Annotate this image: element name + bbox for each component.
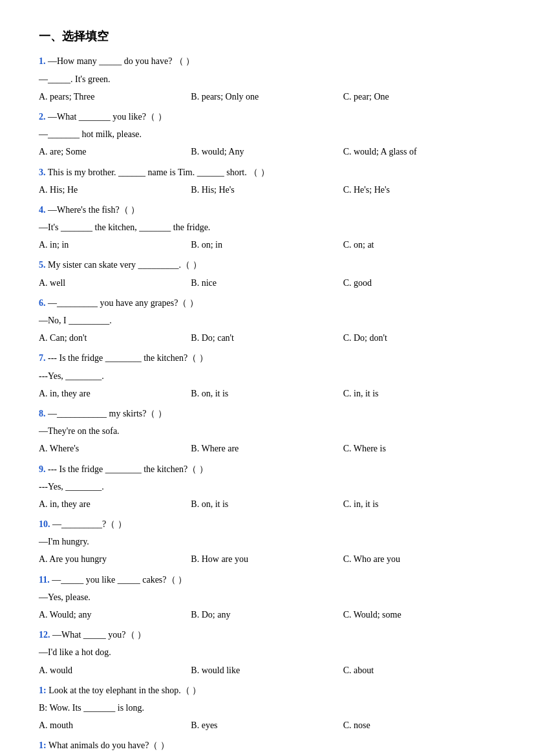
question-number: 4. [39, 205, 46, 215]
question-number: 8. [39, 409, 46, 418]
question-line: 3. This is my brother. ______ name is Ti… [39, 164, 495, 180]
question-line: 5. My sister can skate very _________.（ … [39, 257, 495, 273]
question-number: 3. [39, 167, 46, 177]
options-row: A. His; HeB. His; He'sC. He's; He's [39, 182, 495, 198]
question-line: 4. —Where's the fish?（ ） [39, 202, 495, 218]
option: B. Do; can't [191, 330, 343, 346]
option: A. in, they are [39, 496, 191, 512]
question-line: —I'm hungry. [39, 534, 495, 550]
option: B. His; He's [191, 182, 343, 198]
option: A. would [39, 662, 191, 678]
question-number: 2. [39, 112, 46, 122]
question-block: 9. --- Is the fridge ________ the kitche… [39, 461, 495, 513]
question-line: —It's _______ the kitchen, _______ the f… [39, 219, 495, 235]
question-line: —They're on the sofa. [39, 423, 495, 439]
option: A. Where's [39, 440, 191, 457]
section-title: 一、选择填空 [39, 26, 495, 47]
option: A. Are you hungry [39, 551, 191, 567]
question-line: —I'd like a hot dog. [39, 644, 495, 660]
option: A. His; He [39, 182, 191, 198]
option: C. would; A glass of [343, 144, 495, 160]
options-row: A. in, they areB. on, it isC. in, it is [39, 385, 495, 402]
options-row: A. Can; don'tB. Do; can'tC. Do; don't [39, 330, 495, 346]
question-number: 11. [39, 575, 50, 585]
question-line: ---Yes, ________. [39, 479, 495, 495]
option: C. Would; some [343, 607, 495, 623]
question-number: 7. [39, 353, 46, 363]
question-number: 1. [39, 56, 46, 66]
option: B. on, it is [191, 496, 343, 512]
question-line: —Yes, please. [39, 589, 495, 605]
question-line: ---Yes, ________. [39, 368, 495, 384]
question-line: —_______ hot milk, please. [39, 126, 495, 142]
option: B. on, it is [191, 385, 343, 402]
question-number: 10. [39, 519, 50, 529]
question-line: 10. —_________?（ ） [39, 516, 495, 532]
question-number: 6. [39, 298, 46, 308]
question-block: 5. My sister can skate very _________.（ … [39, 257, 495, 290]
reading-question-block: 1: Look at the toy elephant in the shop.… [39, 682, 495, 734]
option: C. Who are you [343, 551, 495, 567]
question-line: 2. —What _______ you like?（ ） [39, 109, 495, 125]
question-line: 8. —___________ my skirts?（ ） [39, 405, 495, 422]
options-row: A. mouthB. eyesC. nose [39, 717, 495, 733]
reading-question-block: 1: What animals do you have?（ ）B: ______… [39, 737, 495, 756]
option: C. in, it is [343, 385, 495, 402]
question-line: —_____. It's green. [39, 71, 495, 87]
reading-question-line: 1: What animals do you have?（ ） [39, 737, 495, 753]
question-block: 8. —___________ my skirts?（ ）—They're on… [39, 405, 495, 457]
question-line: 9. --- Is the fridge ________ the kitche… [39, 461, 495, 477]
question-block: 1. —How many _____ do you have? （ ）—____… [39, 53, 495, 105]
option: B. How are you [191, 551, 343, 567]
option: A. pears; Three [39, 89, 191, 105]
option: C. good [343, 275, 495, 291]
options-row: A. in, they areB. on, it isC. in, it is [39, 496, 495, 512]
question-block: 2. —What _______ you like?（ ）—_______ ho… [39, 109, 495, 160]
options-row: A. wellB. niceC. good [39, 275, 495, 291]
question-block: 12. —What _____ you?（ ）—I'd like a hot d… [39, 627, 495, 678]
option: B. nice [191, 275, 343, 291]
options-row: A. Would; anyB. Do; anyC. Would; some [39, 607, 495, 623]
question-line: 12. —What _____ you?（ ） [39, 627, 495, 643]
option: B. on; in [191, 237, 343, 253]
question-line: —No, I _________. [39, 312, 495, 329]
question-block: 11. —_____ you like _____ cakes?（ ）—Yes,… [39, 572, 495, 623]
options-row: A. are; SomeB. would; AnyC. would; A gla… [39, 144, 495, 160]
option: A. Would; any [39, 607, 191, 623]
question-line: 11. —_____ you like _____ cakes?（ ） [39, 572, 495, 588]
question-number: 9. [39, 464, 46, 474]
options-row: A. in; inB. on; inC. on; at [39, 237, 495, 253]
option: A. are; Some [39, 144, 191, 160]
option: C. pear; One [343, 89, 495, 105]
option: A. mouth [39, 717, 191, 733]
option: C. about [343, 662, 495, 678]
question-number: 12. [39, 630, 50, 640]
question-number: 5. [39, 260, 46, 270]
question-line: 6. —_________ you have any grapes?（ ） [39, 295, 495, 311]
option: B. Where are [191, 440, 343, 457]
option: A. well [39, 275, 191, 291]
options-row: A. Are you hungryB. How are youC. Who ar… [39, 551, 495, 567]
reading-label: 1: [39, 686, 47, 695]
option: C. Do; don't [343, 330, 495, 346]
question-block: 7. --- Is the fridge ________ the kitche… [39, 350, 495, 402]
option: A. in, they are [39, 385, 191, 402]
option: C. nose [343, 717, 495, 733]
option: C. on; at [343, 237, 495, 253]
option: C. He's; He's [343, 182, 495, 198]
question-block: 6. —_________ you have any grapes?（ ）—No… [39, 295, 495, 347]
option: B. Do; any [191, 607, 343, 623]
reading-question-line: B: Wow. Its _______ is long. [39, 700, 495, 716]
option: B. would; Any [191, 144, 343, 160]
option: A. Can; don't [39, 330, 191, 346]
option: C. Where is [343, 440, 495, 457]
option: B. pears; Only one [191, 89, 343, 105]
option: B. eyes [191, 717, 343, 733]
question-line: 7. --- Is the fridge ________ the kitche… [39, 350, 495, 366]
option: B. would like [191, 662, 343, 678]
option: C. in, it is [343, 496, 495, 512]
reading-question-line: 1: Look at the toy elephant in the shop.… [39, 682, 495, 698]
option: A. in; in [39, 237, 191, 253]
options-row: A. Where'sB. Where areC. Where is [39, 440, 495, 457]
reading-label: 1: [39, 740, 47, 750]
